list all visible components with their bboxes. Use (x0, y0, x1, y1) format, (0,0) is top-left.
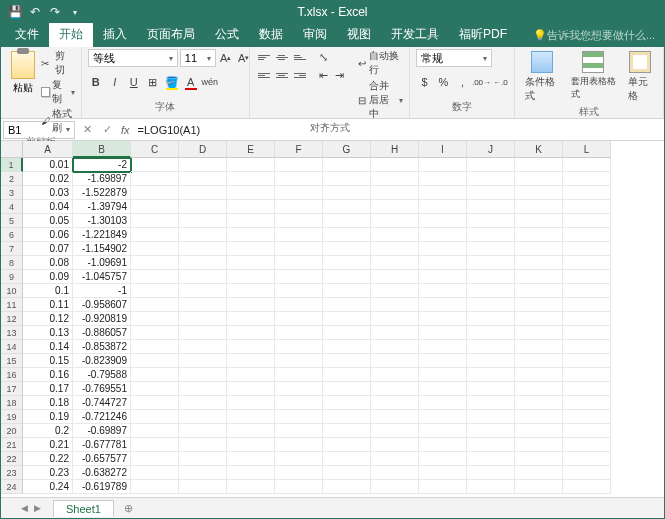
cell[interactable] (467, 256, 515, 270)
cell[interactable] (275, 158, 323, 172)
cell[interactable] (563, 242, 611, 256)
cell[interactable] (563, 214, 611, 228)
cell[interactable] (131, 396, 179, 410)
cell[interactable] (131, 368, 179, 382)
cell[interactable]: -0.886057 (73, 326, 131, 340)
cell[interactable]: 0.02 (23, 172, 73, 186)
cell[interactable] (563, 480, 611, 494)
percent-button[interactable]: % (435, 74, 451, 90)
cell[interactable] (419, 354, 467, 368)
cell[interactable] (467, 298, 515, 312)
cell[interactable] (371, 438, 419, 452)
cell[interactable] (323, 312, 371, 326)
cell[interactable] (179, 368, 227, 382)
fx-icon[interactable]: fx (117, 124, 134, 136)
cell[interactable] (131, 354, 179, 368)
cell[interactable] (515, 410, 563, 424)
row-header[interactable]: 19 (1, 410, 23, 424)
cell[interactable] (179, 326, 227, 340)
cell[interactable] (563, 312, 611, 326)
cell[interactable]: -0.823909 (73, 354, 131, 368)
cell[interactable] (467, 480, 515, 494)
cell[interactable] (275, 298, 323, 312)
cell[interactable]: -0.958607 (73, 298, 131, 312)
currency-button[interactable]: $ (416, 74, 432, 90)
grow-font-button[interactable]: A▴ (218, 50, 234, 66)
cell[interactable] (371, 368, 419, 382)
cell[interactable]: -0.657577 (73, 452, 131, 466)
cell[interactable]: -0.769551 (73, 382, 131, 396)
cell[interactable] (179, 270, 227, 284)
cell[interactable]: -0.744727 (73, 396, 131, 410)
copy-button[interactable]: 复制▾ (41, 78, 75, 106)
cell[interactable] (179, 312, 227, 326)
cell[interactable]: 0.23 (23, 466, 73, 480)
cell[interactable] (275, 396, 323, 410)
cell[interactable] (515, 368, 563, 382)
cell[interactable] (419, 298, 467, 312)
cell[interactable]: -1.045757 (73, 270, 131, 284)
cell[interactable]: -1 (73, 284, 131, 298)
cell[interactable] (563, 284, 611, 298)
cell[interactable] (275, 340, 323, 354)
cell[interactable] (323, 298, 371, 312)
cell[interactable] (275, 326, 323, 340)
cell[interactable] (467, 200, 515, 214)
cell[interactable] (131, 158, 179, 172)
cell[interactable]: -0.69897 (73, 424, 131, 438)
row-header[interactable]: 17 (1, 382, 23, 396)
cell[interactable] (275, 270, 323, 284)
cell[interactable]: 0.14 (23, 340, 73, 354)
cell[interactable] (515, 452, 563, 466)
row-header[interactable]: 20 (1, 424, 23, 438)
cell[interactable] (179, 228, 227, 242)
cell[interactable]: 0.2 (23, 424, 73, 438)
cell[interactable]: -0.920819 (73, 312, 131, 326)
cell[interactable]: 0.22 (23, 452, 73, 466)
cell[interactable] (419, 228, 467, 242)
cell[interactable] (131, 172, 179, 186)
cell[interactable] (563, 256, 611, 270)
redo-icon[interactable]: ↷ (47, 4, 63, 20)
cell[interactable] (179, 452, 227, 466)
tell-me-search[interactable]: 💡 告诉我您想要做什么... (525, 24, 663, 47)
tab-5[interactable]: 数据 (249, 22, 293, 47)
cell[interactable] (131, 242, 179, 256)
cell[interactable] (323, 382, 371, 396)
cell[interactable] (515, 242, 563, 256)
cell[interactable] (467, 284, 515, 298)
cell[interactable] (323, 340, 371, 354)
row-header[interactable]: 4 (1, 200, 23, 214)
save-icon[interactable]: 💾 (7, 4, 23, 20)
cell[interactable] (323, 270, 371, 284)
font-size-select[interactable]: 11▾ (180, 49, 216, 67)
cell[interactable] (467, 466, 515, 480)
conditional-formatting-button[interactable]: 条件格式 (521, 49, 562, 105)
cell[interactable] (179, 242, 227, 256)
cell[interactable] (323, 172, 371, 186)
sheet-tab[interactable]: Sheet1 (53, 500, 114, 517)
cell[interactable] (275, 438, 323, 452)
cell[interactable] (323, 228, 371, 242)
cell[interactable] (275, 200, 323, 214)
cell[interactable] (563, 270, 611, 284)
cell[interactable] (131, 452, 179, 466)
cell[interactable] (515, 480, 563, 494)
cell[interactable] (515, 158, 563, 172)
cell[interactable] (131, 214, 179, 228)
cell[interactable] (515, 466, 563, 480)
cell[interactable] (131, 228, 179, 242)
cell[interactable] (371, 242, 419, 256)
cut-button[interactable]: 剪切 (41, 49, 75, 77)
bold-button[interactable]: B (88, 74, 104, 90)
cell[interactable] (371, 284, 419, 298)
cell[interactable] (323, 200, 371, 214)
cell[interactable] (371, 452, 419, 466)
tab-9[interactable]: 福昕PDF (449, 22, 517, 47)
row-header[interactable]: 18 (1, 396, 23, 410)
cell[interactable] (563, 452, 611, 466)
col-header-K[interactable]: K (515, 141, 563, 158)
cell[interactable] (371, 424, 419, 438)
cell[interactable]: -0.619789 (73, 480, 131, 494)
decrease-indent-button[interactable]: ⇤ (316, 67, 332, 83)
